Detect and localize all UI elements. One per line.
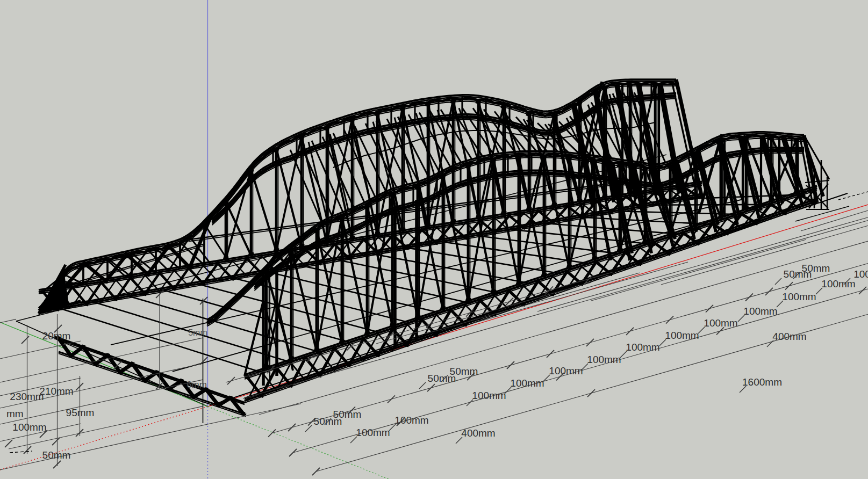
svg-text:210mm: 210mm: [39, 386, 73, 397]
svg-text:50mm: 50mm: [42, 449, 71, 461]
svg-text:20mm: 20mm: [42, 330, 71, 342]
svg-text:100mm: 100mm: [549, 365, 583, 376]
svg-text:100mm: 100mm: [510, 378, 544, 389]
svg-text:100mm: 100mm: [704, 317, 737, 329]
svg-text:95mm: 95mm: [66, 407, 95, 418]
svg-text:400mm: 400mm: [772, 331, 806, 342]
svg-text:400mm: 400mm: [461, 427, 495, 439]
svg-text:mm: mm: [6, 408, 24, 419]
svg-text:50mm: 50mm: [450, 366, 478, 377]
svg-text:100mm: 100mm: [356, 427, 390, 438]
svg-text:50mm: 50mm: [802, 263, 830, 274]
svg-text:100mm: 100mm: [782, 291, 816, 302]
svg-text:100mm: 100mm: [394, 415, 428, 426]
svg-text:100mm: 100mm: [12, 422, 46, 433]
svg-text:50mm: 50mm: [333, 409, 362, 420]
svg-text:100m: 100m: [853, 268, 868, 280]
svg-text:100mm: 100mm: [626, 342, 659, 353]
svg-text:1600mm: 1600mm: [742, 376, 782, 388]
svg-text:5mm: 5mm: [188, 328, 207, 337]
svg-text:100mm: 100mm: [587, 354, 621, 365]
svg-text:100mm: 100mm: [472, 390, 506, 401]
svg-text:6mm: 6mm: [186, 380, 207, 390]
svg-text:230mm: 230mm: [10, 391, 44, 402]
svg-text:100mm: 100mm: [743, 306, 777, 317]
svg-text:100mm: 100mm: [821, 278, 855, 289]
svg-text:100mm: 100mm: [665, 330, 699, 341]
